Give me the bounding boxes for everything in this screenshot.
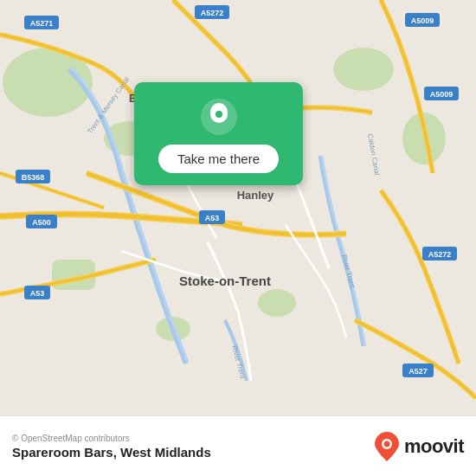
svg-text:A5009: A5009 [411,16,434,25]
moovit-logo: moovit [375,432,464,461]
svg-text:A500: A500 [32,218,51,227]
location-card: Take me there [134,82,303,185]
svg-text:Hanley: Hanley [237,189,274,202]
bottom-left: © OpenStreetMap contributors Spareroom B… [12,434,211,460]
svg-text:A53: A53 [205,214,220,222]
map-container: A5271 A5272 A5009 A5009 A53 A53 B5368 A5… [0,0,476,415]
location-name: Spareroom Bars, West Midlands [12,445,211,460]
bottom-bar: © OpenStreetMap contributors Spareroom B… [0,415,476,476]
location-pin-icon [200,98,238,136]
svg-text:A53: A53 [30,289,45,298]
take-me-there-button[interactable]: Take me there [158,145,279,173]
svg-text:Stoke-on-Trent: Stoke-on-Trent [179,273,271,288]
svg-text:A5009: A5009 [430,90,453,99]
svg-text:A5272: A5272 [201,9,224,17]
svg-text:A5272: A5272 [428,250,452,259]
svg-point-39 [215,111,222,118]
copyright-text: © OpenStreetMap contributors [12,434,211,443]
moovit-pin-icon [375,432,399,461]
svg-text:B5368: B5368 [22,173,45,182]
svg-point-5 [258,289,296,317]
svg-text:A5271: A5271 [30,19,54,28]
svg-text:A527: A527 [408,367,428,376]
map-background: A5271 A5272 A5009 A5009 A53 A53 B5368 A5… [0,0,476,415]
svg-point-41 [383,441,389,447]
svg-point-3 [333,48,394,91]
moovit-text: moovit [404,435,464,458]
